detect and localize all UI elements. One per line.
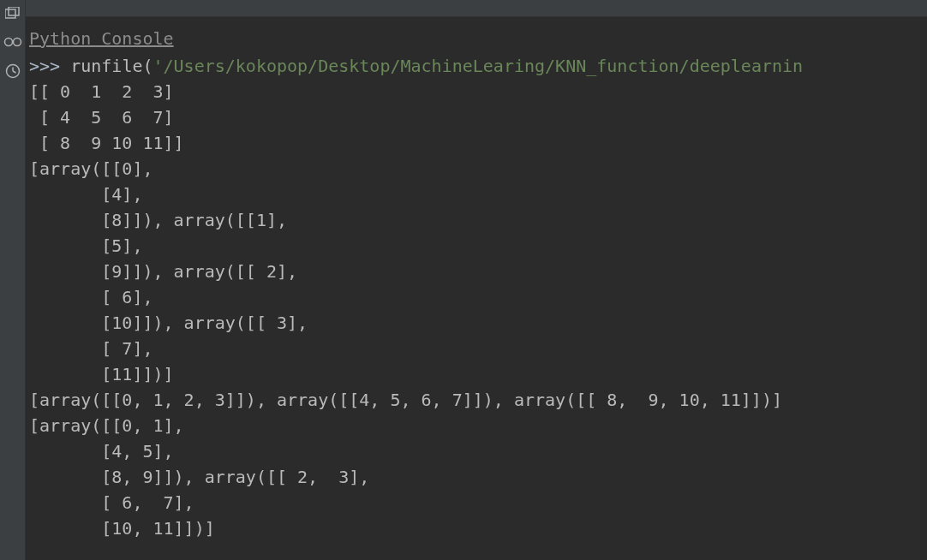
- output-line: [4],: [29, 184, 142, 205]
- prompt-marker: >>>: [29, 56, 70, 76]
- output-line: [11]])]: [29, 364, 174, 384]
- history-icon[interactable]: [3, 62, 22, 80]
- svg-rect-1: [9, 7, 19, 15]
- top-strip: [26, 0, 927, 17]
- output-line: [ 7],: [29, 338, 153, 359]
- console-content[interactable]: >>> runfile('/Users/kokopop/Desktop/Mach…: [26, 53, 927, 541]
- output-line: [9]]), array([[ 2],: [29, 261, 297, 282]
- output-line: [ 6],: [29, 287, 153, 307]
- svg-line-7: [13, 71, 16, 73]
- command-func: runfile(: [70, 56, 153, 76]
- console-title: Python Console: [26, 17, 927, 53]
- svg-point-3: [13, 39, 21, 46]
- windows-icon[interactable]: [3, 3, 22, 22]
- tool-sidebar: [0, 0, 26, 560]
- output-line: [[ 0 1 2 3]: [29, 81, 174, 102]
- output-line: [8, 9]]), array([[ 2, 3],: [29, 467, 369, 487]
- output-line: [array([[0, 1],: [29, 415, 184, 436]
- output-line: [array([[0, 1, 2, 3]]), array([[4, 5, 6,…: [29, 390, 782, 410]
- output-line: [4, 5],: [29, 441, 174, 462]
- output-line: [ 4 5 6 7]: [29, 107, 174, 128]
- console-panel: Python Console >>> runfile('/Users/kokop…: [26, 0, 927, 560]
- output-line: [ 6, 7],: [29, 492, 194, 513]
- svg-point-2: [4, 39, 12, 46]
- output-line: [array([[0],: [29, 158, 153, 179]
- command-string: '/Users/kokopop/Desktop/MachineLearing/K…: [153, 56, 804, 76]
- svg-rect-0: [5, 9, 15, 18]
- output-line: [10, 11]])]: [29, 518, 215, 539]
- glasses-icon[interactable]: [3, 33, 22, 51]
- output-line: [5],: [29, 235, 142, 256]
- output-line: [ 8 9 10 11]]: [29, 133, 184, 153]
- output-line: [8]]), array([[1],: [29, 210, 287, 230]
- output-line: [10]]), array([[ 3],: [29, 313, 308, 333]
